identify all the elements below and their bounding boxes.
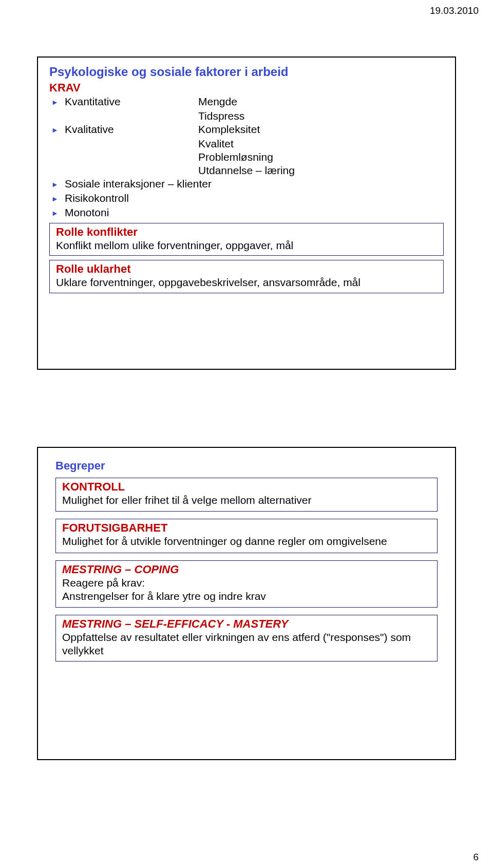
krav-row-label: Risikokontroll [65, 192, 444, 205]
krav-row-value: Kompleksitet [198, 123, 444, 137]
krav-table: ► Kvantitative Mengde Tidspress ► Kvalit… [49, 96, 444, 220]
krav-row-label: Sosiale interaksjoner – klienter [65, 178, 444, 191]
krav-row-label: Monotoni [65, 206, 444, 220]
slide2-title: Begreper [55, 459, 455, 473]
box-title: MESTRING – SELF-EFFICACY - MASTERY [62, 617, 431, 631]
krav-group: KRAV ► Kvantitative Mengde Tidspress ► K… [49, 81, 444, 220]
box-title: FORUTSIGBARHET [62, 521, 431, 535]
krav-row-value: Tidspress [198, 110, 444, 122]
page-number: 6 [473, 852, 479, 863]
krav-row-value: Utdannelse – læring [198, 164, 444, 177]
box-mestring-coping: MESTRING – COPING Reagere på krav: Anstr… [55, 560, 438, 608]
box-text: Mulighet for eller frihet til å velge me… [62, 494, 431, 507]
date-label: 19.03.2010 [430, 5, 479, 16]
krav-row-value: Problemløsning [198, 151, 444, 163]
bullet-icon: ► [49, 178, 65, 191]
box-title: KONTROLL [62, 480, 431, 494]
slide1-title: Psykologiske og sosiale faktorer i arbei… [49, 65, 455, 79]
krav-row-label: Kvalitative [65, 123, 198, 137]
bullet-icon: ► [49, 192, 65, 205]
krav-row-value: Mengde [198, 96, 444, 109]
box-text: Mulighet for å utvikle forventninger og … [62, 535, 431, 548]
box-kontroll: KONTROLL Mulighet for eller frihet til å… [55, 478, 438, 512]
slide-2: Begreper KONTROLL Mulighet for eller fri… [37, 447, 456, 760]
bullet-icon: ► [49, 96, 65, 109]
box-text: Uklare forventninger, oppgavebeskrivelse… [56, 276, 437, 289]
box-title: MESTRING – COPING [62, 563, 431, 576]
bullet-icon: ► [49, 123, 65, 137]
bullet-icon: ► [49, 206, 65, 220]
krav-row-value: Kvalitet [198, 138, 444, 150]
box-title: Rolle uklarhet [56, 262, 437, 276]
box-text: Oppfattelse av resultatet eller virkning… [62, 631, 431, 658]
box-text: Reagere på krav: [62, 576, 431, 590]
box-title: Rolle konflikter [56, 225, 437, 239]
slide-1: Psykologiske og sosiale faktorer i arbei… [37, 56, 456, 370]
box-text: Anstrengelser for å klare ytre og indre … [62, 590, 431, 603]
krav-row-label: Kvantitative [65, 96, 198, 109]
box-forutsigbarhet: FORUTSIGBARHET Mulighet for å utvikle fo… [55, 519, 438, 553]
box-text: Konflikt mellom ulike forventninger, opp… [56, 239, 437, 252]
box-rolle-uklarhet: Rolle uklarhet Uklare forventninger, opp… [49, 260, 444, 293]
box-rolle-konflikter: Rolle konflikter Konflikt mellom ulike f… [49, 223, 444, 256]
box-mestring-self-efficacy: MESTRING – SELF-EFFICACY - MASTERY Oppfa… [55, 615, 438, 662]
krav-heading: KRAV [49, 81, 444, 95]
